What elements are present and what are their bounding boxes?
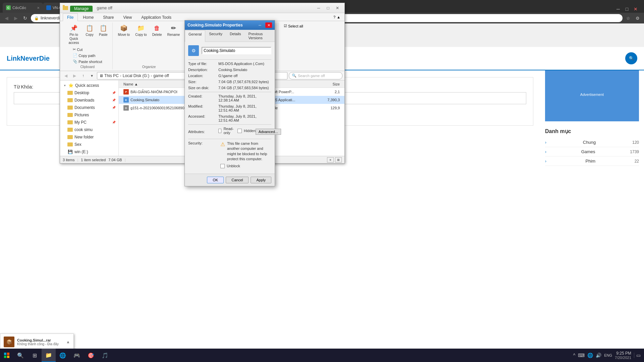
category-phim[interactable]: › Phim 22 [545, 157, 639, 166]
ribbon-tab-apptools[interactable]: Application Tools [137, 13, 176, 21]
steam-icon: 🎮 [74, 352, 80, 358]
pictures-folder-icon [67, 112, 73, 118]
sidebar-item-pictures[interactable]: Pictures [60, 111, 118, 119]
lock-icon: 🔒 [34, 16, 39, 20]
dialog-close-button[interactable]: ✕ [265, 22, 272, 28]
paste-button[interactable]: 📋 Paste [97, 23, 110, 38]
unblock-checkbox[interactable] [220, 164, 225, 168]
delete-button[interactable]: 🗑 Delete [150, 23, 164, 38]
back-nav-button[interactable]: ◀ [62, 72, 69, 79]
forward-nav-button[interactable]: ▶ [71, 72, 78, 79]
advanced-button[interactable]: Advanced... [256, 129, 281, 135]
select-all-button[interactable]: ☑ Select all [282, 23, 305, 29]
status-count: 3 items [63, 158, 74, 162]
tray-icon-network[interactable]: 🌐 [587, 353, 593, 358]
taskbar-chrome-button[interactable]: 🌐 [56, 349, 70, 362]
tray-icon-volume[interactable]: 🔊 [596, 353, 601, 358]
sidebar-item-mypc[interactable]: My PC 📌 [60, 119, 118, 126]
recent-locations-button[interactable]: ▾ [88, 72, 96, 79]
apply-button[interactable]: Apply [251, 177, 271, 183]
sidebar-item-documents[interactable]: Documents 📌 [60, 104, 118, 111]
ribbon-collapse[interactable]: ▲ [337, 15, 340, 19]
prop-sizeondisk: Size on disk: 7.04 GB (7,567,683,584 byt… [188, 86, 271, 90]
taskbar-task-view[interactable]: ⊞ [28, 349, 42, 362]
category-chung[interactable]: › Chung 120 [545, 138, 639, 147]
taskbar-explorer-button[interactable]: 📁 [42, 349, 56, 362]
tray-icon-keyboard[interactable]: ⌨ [578, 353, 585, 358]
copy-to-button[interactable]: 📁 Copy to [133, 23, 149, 38]
ribbon-tab-file[interactable]: File [63, 13, 78, 21]
copy-icon: 📋 [86, 24, 94, 32]
rename-button[interactable]: ✏ Rename [165, 23, 182, 38]
category-games[interactable]: › Games 1739 [545, 147, 639, 157]
taskbar-clock[interactable]: 9:25 PM 7/20/2021 [615, 351, 631, 360]
taskbar-btn-4[interactable]: 🎯 [84, 349, 98, 362]
maximize-button[interactable]: □ [324, 5, 332, 11]
manage-tab[interactable]: Manage [70, 6, 93, 12]
details-view-button[interactable]: ≡ [327, 157, 334, 163]
large-icons-view-button[interactable]: ⊞ [335, 157, 342, 163]
dialog-tab-general[interactable]: General [185, 30, 205, 42]
search-taskbar-icon: 🔍 [17, 352, 23, 358]
dialog-tab-details[interactable]: Details [226, 30, 245, 42]
cut-button[interactable]: ✂ Cut [71, 47, 103, 52]
ok-button[interactable]: OK [207, 177, 224, 183]
move-to-button[interactable]: 📦 Move to [116, 23, 132, 38]
extensions-button[interactable]: ⚙ [634, 14, 641, 22]
readonly-checkbox[interactable] [218, 129, 221, 133]
explorer-search-box[interactable]: 🔍 Search game off [289, 72, 342, 79]
svg-rect-0 [4, 353, 6, 355]
language-indicator[interactable]: ENG [604, 353, 612, 357]
taskbar-search-button[interactable]: 🔍 [13, 349, 28, 362]
sidebar-item-cooksimu[interactable]: cook simu [60, 126, 118, 133]
copy-button[interactable]: 📋 Copy [84, 23, 96, 38]
start-button[interactable] [0, 349, 13, 362]
sidebar-item-newfolder[interactable]: New folder [60, 133, 118, 141]
bookmark-button[interactable]: ☆ [625, 14, 632, 22]
dialog-tab-security[interactable]: Security [205, 30, 226, 42]
filename-input[interactable] [202, 47, 271, 54]
minimize-browser[interactable]: ─ [614, 5, 622, 13]
pin-to-quick-access-button[interactable]: 📌 Pin to Quick access [65, 23, 82, 46]
site-logo: LinkNeverDie [7, 55, 50, 62]
sidebar-item-desktop[interactable]: Desktop 📌 [60, 89, 118, 97]
sidebar-item-sex[interactable]: Sex [60, 141, 118, 148]
drive-e-icon: 💾 [67, 149, 73, 155]
ribbon-tab-home[interactable]: Home [78, 13, 98, 21]
refresh-button[interactable]: ↻ [21, 14, 29, 22]
browser-tab-1[interactable]: C CốcCốc ✕ [3, 3, 43, 13]
ribbon-tab-view[interactable]: View [119, 13, 136, 21]
dialog-minimize-button[interactable]: ─ [257, 22, 263, 28]
sidebar-item-wine[interactable]: 💾 win (E:) [60, 148, 118, 156]
paste-shortcut-button[interactable]: 📎 Paste shortcut [71, 59, 103, 64]
back-button[interactable]: ◀ [3, 14, 10, 22]
close-explorer-button[interactable]: ✕ [333, 5, 342, 11]
close-browser[interactable]: ✕ [632, 5, 639, 13]
pin-indicator-docs: 📌 [112, 106, 116, 109]
sidebar-item-downloads[interactable]: Downloads 📌 [60, 97, 118, 104]
size-column-header[interactable]: Size [315, 81, 342, 87]
forward-button[interactable]: ▶ [12, 14, 19, 22]
maximize-browser[interactable]: □ [623, 5, 631, 13]
sidebar-quick-access[interactable]: ▾ ⭐ Quick access [60, 82, 118, 89]
taskbar-btn-5[interactable]: 🎵 [98, 349, 112, 362]
tray-icon-1[interactable]: ^ [573, 353, 576, 358]
ribbon-tab-share[interactable]: Share [99, 13, 118, 21]
cancel-button[interactable]: Cancel [226, 177, 249, 183]
clipboard-label: Clipboard [80, 65, 95, 69]
ribbon-help[interactable]: ? [333, 15, 335, 19]
copy-path-button[interactable]: 📄 Copy path [71, 53, 103, 58]
tab-close-1[interactable]: ✕ [37, 6, 40, 10]
minimize-button[interactable]: ─ [314, 5, 323, 11]
show-desktop-button[interactable]: ▭ [634, 353, 641, 358]
status-selected: 1 item selected [81, 158, 106, 162]
hidden-attr: Hidden [237, 129, 256, 133]
up-nav-button[interactable]: ↑ [79, 72, 87, 79]
notification-expand[interactable]: ▲ [66, 340, 70, 344]
hidden-checkbox[interactable] [237, 129, 242, 133]
dialog-tab-previous-versions[interactable]: Previous Versions [245, 30, 275, 42]
header-search-button[interactable]: 🔍 [625, 52, 637, 64]
taskbar-steam-button[interactable]: 🎮 [70, 349, 84, 362]
pin-icon: 📌 [70, 24, 78, 32]
dialog-title: Cooking.Simulato Properties [187, 23, 255, 27]
